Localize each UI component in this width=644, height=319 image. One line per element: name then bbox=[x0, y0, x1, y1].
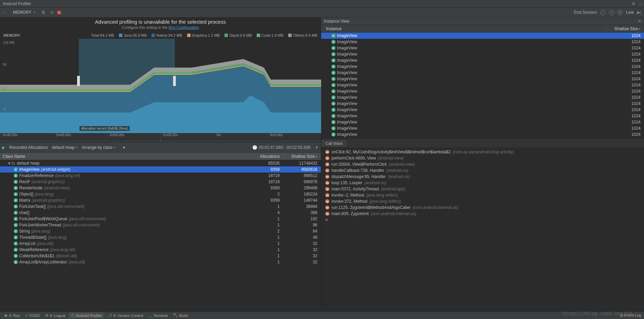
instance-row[interactable]: C ImageView1024 bbox=[321, 119, 644, 125]
selection-handle-left[interactable] bbox=[77, 76, 80, 86]
instance-row[interactable]: C ImageView1024 bbox=[321, 101, 644, 107]
thread-row[interactable]: ≡ bbox=[321, 217, 644, 223]
col-instance-shallow-size[interactable]: Shallow Size bbox=[606, 26, 644, 31]
class-row[interactable]: C ForkJoinTask[] (java.util.concurrent)1… bbox=[0, 203, 321, 210]
instance-list[interactable]: C ImageView1024C ImageView1024C ImageVie… bbox=[321, 33, 644, 139]
callstack-row[interactable]: mloop:135, Looper (android.os) bbox=[321, 180, 644, 186]
instance-row[interactable]: C ImageView1024 bbox=[321, 51, 644, 57]
footer-tab[interactable]: ⏱Android Profiler bbox=[69, 312, 104, 318]
class-icon: C bbox=[331, 83, 336, 87]
x-tick: 2m55.00s bbox=[160, 133, 214, 140]
class-row[interactable]: C ArrayList$ArrayListIterator (java.util… bbox=[0, 259, 321, 265]
instance-row[interactable]: C ImageView1024 bbox=[321, 33, 644, 39]
class-row[interactable]: C String (java.lang)264 bbox=[0, 228, 321, 234]
callstack-row[interactable]: mrun:20004, View$PerformClick (android.v… bbox=[321, 161, 644, 167]
chevron-down-icon[interactable]: ▾ bbox=[123, 145, 125, 150]
heap-row[interactable]: ▾ 🗀 default heap6553511748432 bbox=[0, 160, 321, 166]
instance-row[interactable]: C ImageView1024 bbox=[321, 39, 644, 45]
instance-row[interactable]: C ImageView1024 bbox=[321, 107, 644, 113]
callstack-row[interactable]: minvoke:372, Method (java.lang.reflect) bbox=[321, 198, 644, 204]
instance-row[interactable]: C ImageView1024 bbox=[321, 45, 644, 51]
method-icon: m bbox=[325, 162, 329, 166]
footer-tab-label: 4: Run bbox=[9, 314, 20, 318]
class-row[interactable]: C Object[] (java.lang)2180224 bbox=[0, 191, 321, 197]
selection-handle-right[interactable] bbox=[173, 76, 176, 86]
class-pkg: (java.lang) bbox=[48, 235, 67, 240]
callstack-row[interactable]: minvoke:-2, Method (java.lang.reflect) bbox=[321, 192, 644, 198]
end-session-button[interactable]: End Session bbox=[574, 10, 597, 15]
run-config-link[interactable]: Run Configuration bbox=[169, 25, 199, 29]
callstack-row[interactable]: mdispatchMessage:95, Handler (android.os… bbox=[321, 174, 644, 180]
footer-tab[interactable]: ≡TODO bbox=[23, 312, 42, 318]
instance-name: ImageView bbox=[337, 132, 357, 137]
filter-icon[interactable]: ▼ bbox=[315, 145, 319, 150]
footer-tab[interactable]: ⎇9: Version Control bbox=[106, 312, 145, 318]
memory-timeline-chart[interactable]: 128 MB 96 64 32 Allocation record (8s836… bbox=[0, 39, 321, 140]
class-pkg: (java.lang.ref) bbox=[50, 247, 75, 252]
heap-dropdown[interactable]: default heap▾ bbox=[52, 145, 78, 150]
class-name: Thread$State[] bbox=[19, 235, 46, 240]
footer-tab[interactable]: ≣6: Logcat bbox=[43, 312, 67, 318]
instance-row[interactable]: C ImageView1024 bbox=[321, 88, 644, 94]
instance-row[interactable]: C ImageView1024 bbox=[321, 76, 644, 82]
callstack-row[interactable]: mmain:809, ZygoteInit (com.android.inter… bbox=[321, 211, 644, 217]
live-button[interactable]: Live bbox=[626, 10, 634, 15]
export-icon[interactable]: ⇲ bbox=[49, 10, 54, 15]
instance-row[interactable]: C ImageView1024 bbox=[321, 57, 644, 63]
class-row[interactable]: C ForkJoinPool$WorkQueue (java.util.conc… bbox=[0, 216, 321, 222]
col-allocations[interactable]: Allocations bbox=[245, 154, 283, 159]
instance-row[interactable]: C ImageView1024 bbox=[321, 125, 644, 131]
col-class-name[interactable]: Class Name bbox=[0, 154, 245, 159]
callstack-row[interactable]: mhandleCallback:739, Handler (android.os… bbox=[321, 167, 644, 174]
heap-size: 11748432 bbox=[283, 161, 321, 166]
callstack-list[interactable]: monClick:62, MyCsdnBlogActivity$initView… bbox=[321, 147, 644, 311]
close-icon[interactable]: ✕ bbox=[638, 19, 641, 24]
footer-tab[interactable]: 🔨Build bbox=[171, 312, 190, 318]
expand-icon[interactable]: ▶ bbox=[2, 145, 5, 150]
class-row[interactable]: C WeakReference (java.lang.ref)132 bbox=[0, 247, 321, 253]
y-tick: 64 bbox=[3, 87, 7, 91]
arrange-dropdown[interactable]: Arrange by class▾ bbox=[82, 145, 116, 150]
callstack-row[interactable]: mrun:1125, ZygoteInit$MethodAndArgsCalle… bbox=[321, 204, 644, 211]
instance-row[interactable]: C ImageView1024 bbox=[321, 82, 644, 88]
reset-zoom-button[interactable]: ⟳ bbox=[618, 10, 623, 15]
class-row[interactable]: C ImageView (android.widget)93599583616 bbox=[0, 166, 321, 173]
instance-row[interactable]: C ImageView1024 bbox=[321, 63, 644, 70]
col-instance[interactable]: Instance bbox=[321, 26, 606, 31]
x-tick: 2m45.00s bbox=[53, 133, 107, 140]
callstack-row[interactable]: monClick:62, MyCsdnBlogActivity$initView… bbox=[321, 149, 644, 155]
back-button[interactable]: ← bbox=[3, 10, 8, 15]
class-row[interactable]: C CollectionUtils$1$1 (libcore.util)132 bbox=[0, 253, 321, 259]
gear-icon[interactable]: ⚙ bbox=[632, 1, 635, 6]
callstack-row[interactable]: mperformClick:4800, View (android.view) bbox=[321, 155, 644, 161]
class-name: ForkJoinTask[] bbox=[19, 204, 46, 209]
callstack-tab[interactable]: Call Stack bbox=[321, 140, 347, 147]
col-shallow-size[interactable]: Shallow Size bbox=[283, 154, 321, 159]
instance-row[interactable]: C ImageView1024 bbox=[321, 94, 644, 101]
class-row[interactable]: C ArrayList (java.util)132 bbox=[0, 240, 321, 247]
go-live-icon[interactable]: ▶| bbox=[637, 10, 641, 15]
class-row[interactable]: C char[] 4368 bbox=[0, 210, 321, 216]
class-row[interactable]: C Matrix (android.graphics)9359149744 bbox=[0, 197, 321, 203]
delete-icon[interactable]: 🗑 bbox=[41, 10, 46, 15]
class-name: ArrayList bbox=[19, 241, 35, 246]
minimize-icon[interactable]: – bbox=[639, 1, 641, 6]
instance-row[interactable]: C ImageView1024 bbox=[321, 131, 644, 138]
class-row[interactable]: C ForkJoinWorkerThread (java.util.concur… bbox=[0, 222, 321, 228]
class-list[interactable]: ▾ 🗀 default heap6553511748432C ImageView… bbox=[0, 160, 321, 311]
record-button[interactable] bbox=[57, 11, 61, 14]
instance-row[interactable]: C ImageView1024 bbox=[321, 70, 644, 76]
class-row[interactable]: C RectF (android.graphics)18718598976 bbox=[0, 179, 321, 185]
footer-tab[interactable]: ›_Terminal bbox=[147, 312, 170, 318]
zoom-out-button[interactable]: − bbox=[600, 10, 606, 15]
callstack-row[interactable]: mmain:5372, ActivityThread (android.app) bbox=[321, 186, 644, 192]
class-row[interactable]: C FinalizerReference (java.lang.ref)1871… bbox=[0, 173, 321, 179]
profiler-dropdown[interactable]: MEMORY ▾ bbox=[10, 9, 38, 15]
instance-row[interactable]: C ImageView1024 bbox=[321, 113, 644, 119]
class-size: 96 bbox=[283, 223, 321, 227]
footer-tab[interactable]: ▶4: Run bbox=[3, 312, 22, 318]
class-row[interactable]: C RenderNode (android.view)9359299488 bbox=[0, 185, 321, 191]
class-row[interactable]: C Thread$State[] (java.lang)148 bbox=[0, 234, 321, 240]
instance-name: ImageView bbox=[337, 89, 357, 94]
zoom-in-button[interactable]: + bbox=[609, 10, 614, 15]
